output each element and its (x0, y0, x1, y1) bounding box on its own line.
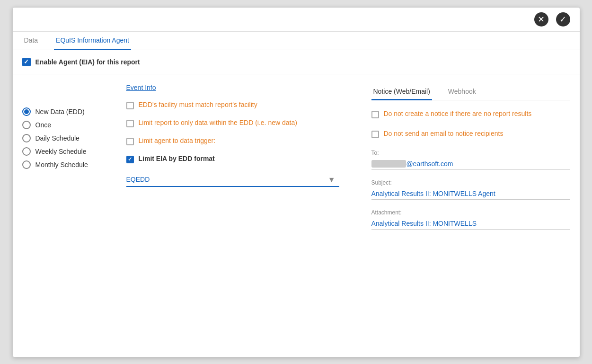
tab-data[interactable]: Data (22, 32, 40, 50)
subject-field-label: Subject: (371, 179, 570, 186)
radio-once[interactable] (22, 121, 31, 129)
option-new-data-label: New Data (EDD) (35, 108, 85, 115)
option-monthly[interactable]: Monthly Schedule (22, 160, 117, 169)
checkbox-limit-trigger: Limit agent to data trigger: (126, 137, 353, 145)
confirm-button[interactable]: ✓ (556, 12, 570, 27)
tab-notice-webhook[interactable]: Webhook (446, 84, 478, 100)
limit-format-label: Limit EIA by EDD format (139, 155, 215, 162)
edd-facility-checkbox[interactable] (126, 102, 134, 109)
dropdown-wrapper: EQEDD ▼ (126, 173, 339, 187)
radio-monthly[interactable] (22, 160, 31, 169)
checkbox-limit-format: Limit EIA by EDD format (126, 155, 353, 163)
left-panel: New Data (EDD) Once Daily Schedule Weekl… (22, 84, 117, 239)
checkbox-edd-facility: EDD's facility must match report's facil… (126, 101, 353, 109)
attachment-field-group: Attachment: Analytical Results II: MONIT… (371, 209, 570, 230)
subject-field-value[interactable]: Analytical Results II: MONITWELLS Agent (371, 188, 570, 200)
radio-weekly[interactable] (22, 147, 31, 156)
tab-notice-web-email[interactable]: Notice (Web/Email) (371, 84, 432, 100)
notice-tabs: Notice (Web/Email) Webhook (371, 84, 570, 100)
subject-field-group: Subject: Analytical Results II: MONITWEL… (371, 179, 570, 200)
checkbox-limit-edd: Limit report to only data within the EDD… (126, 119, 353, 127)
no-email-row: Do not send an email to notice recipient… (371, 130, 570, 138)
main-dialog: ✕ ✓ Data EQuIS Information Agent Enable … (12, 7, 580, 357)
option-daily-label: Daily Schedule (35, 134, 80, 142)
no-results-row: Do not create a notice if there are no r… (371, 110, 570, 118)
dialog-top-bar: ✕ ✓ (13, 8, 580, 32)
option-once[interactable]: Once (22, 121, 117, 129)
limit-trigger-label: Limit agent to data trigger: (139, 137, 216, 144)
no-email-label: Do not send an email to notice recipient… (384, 130, 504, 137)
enable-label: Enable Agent (EIA) for this report (35, 58, 140, 66)
option-weekly-label: Weekly Schedule (35, 148, 87, 155)
to-field-label: To: (371, 150, 570, 156)
tab-bar: Data EQuIS Information Agent (13, 32, 580, 50)
option-daily[interactable]: Daily Schedule (22, 134, 117, 142)
to-email-suffix: @earthsoft.com (406, 160, 453, 168)
option-weekly[interactable]: Weekly Schedule (22, 147, 117, 156)
no-email-checkbox[interactable] (371, 131, 379, 138)
main-content: New Data (EDD) Once Daily Schedule Weekl… (13, 74, 580, 249)
limit-edd-checkbox[interactable] (126, 120, 134, 127)
to-field-group: To: @earthsoft.com (371, 150, 570, 170)
close-button[interactable]: ✕ (534, 12, 548, 27)
middle-panel: Event Info EDD's facility must match rep… (117, 84, 362, 239)
option-new-data[interactable]: New Data (EDD) (22, 107, 117, 116)
limit-edd-label: Limit report to only data within the EDD… (139, 119, 297, 126)
enable-row: Enable Agent (EIA) for this report (13, 50, 580, 74)
to-blurred-part (371, 160, 406, 168)
right-panel: Notice (Web/Email) Webhook Do not create… (362, 84, 570, 239)
enable-checkbox[interactable] (22, 58, 31, 66)
dropdown-row: EQEDD ▼ (126, 173, 353, 187)
radio-new-data[interactable] (22, 107, 31, 116)
attachment-field-label: Attachment: (371, 209, 570, 216)
option-once-label: Once (35, 121, 51, 129)
radio-daily[interactable] (22, 134, 31, 142)
edd-facility-label: EDD's facility must match report's facil… (139, 101, 257, 108)
to-field-value[interactable]: @earthsoft.com (371, 158, 570, 170)
limit-format-checkbox[interactable] (126, 156, 134, 163)
edd-format-dropdown[interactable]: EQEDD (126, 173, 339, 187)
tab-eia[interactable]: EQuIS Information Agent (54, 32, 131, 50)
no-results-label: Do not create a notice if there are no r… (384, 110, 532, 117)
no-results-checkbox[interactable] (371, 111, 379, 118)
event-info-title[interactable]: Event Info (126, 84, 353, 91)
attachment-field-value[interactable]: Analytical Results II: MONITWELLS (371, 218, 570, 230)
limit-trigger-checkbox[interactable] (126, 138, 134, 145)
option-monthly-label: Monthly Schedule (35, 161, 88, 169)
